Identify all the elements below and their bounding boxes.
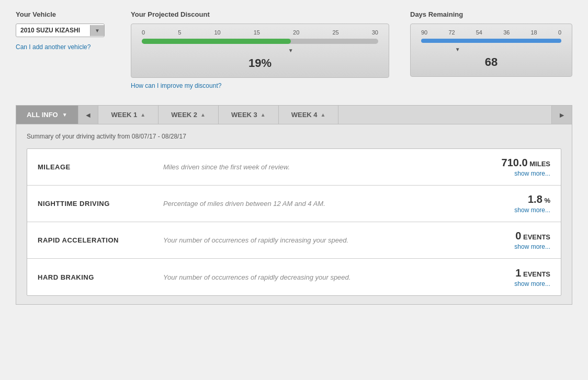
vehicle-section: Your Vehicle 2010 SUZU KIZASHI ▼ Can I a… (16, 10, 110, 51)
all-info-label: ALL INFO (27, 111, 58, 119)
week3-tab[interactable]: WEEK 3 ▲ (219, 106, 279, 124)
week1-arrow-icon: ▲ (140, 112, 145, 118)
nighttime-value: 1.8 (528, 193, 542, 205)
page-wrapper: Your Vehicle 2010 SUZU KIZASHI ▼ Can I a… (0, 0, 588, 315)
braking-description: Your number of occurrences of rapidly de… (153, 273, 477, 281)
activity-table: MILEAGE Miles driven since the first wee… (27, 148, 561, 296)
discount-track (142, 39, 378, 44)
week2-label: WEEK 2 (171, 111, 197, 119)
improve-link[interactable]: How can I improve my discount? (131, 82, 389, 89)
days-track (421, 39, 561, 43)
table-row: MILEAGE Miles driven since the first wee… (27, 149, 561, 186)
all-info-tab[interactable]: ALL INFO ▼ (16, 106, 78, 124)
discount-scale: 0 5 10 15 20 25 30 (142, 29, 378, 36)
acceleration-value-col: 0 EVENTS show more... (477, 230, 550, 250)
days-value: 68 (421, 55, 561, 69)
next-arrow-btn[interactable]: ► (551, 106, 572, 124)
week2-tab[interactable]: WEEK 2 ▲ (159, 106, 219, 124)
vehicle-selector[interactable]: 2010 SUZU KIZASHI ▼ (16, 24, 105, 37)
discount-pointer: ▼ (288, 46, 293, 54)
days-section: Days Remaining 90 72 54 36 18 0 ▼ (410, 10, 572, 77)
table-row: NIGHTTIME DRIVING Percentage of miles dr… (27, 186, 561, 222)
week1-label: WEEK 1 (111, 111, 137, 119)
vehicle-dropdown-btn[interactable]: ▼ (90, 25, 104, 36)
discount-label: Your Projected Discount (131, 10, 389, 18)
mileage-label: MILEAGE (38, 163, 153, 171)
acceleration-show-more[interactable]: show more... (477, 243, 550, 250)
acceleration-label: RAPID ACCELERATION (38, 236, 153, 244)
braking-show-more[interactable]: show more... (477, 280, 550, 287)
main-content: Summary of your driving activity from 08… (16, 124, 572, 305)
mileage-value-col: 710.0 MILES show more... (477, 157, 550, 177)
braking-value: 1 (515, 267, 521, 279)
mileage-show-more[interactable]: show more... (477, 170, 550, 177)
discount-section: Your Projected Discount 0 5 10 15 20 25 … (131, 10, 389, 89)
week-nav: ALL INFO ▼ ◄ WEEK 1 ▲ WEEK 2 ▲ WEEK 3 ▲ … (16, 105, 572, 124)
week3-arrow-icon: ▲ (261, 112, 266, 118)
days-scale: 90 72 54 36 18 0 (421, 29, 561, 36)
nighttime-label: NIGHTTIME DRIVING (38, 200, 153, 208)
discount-value: 19% (142, 56, 378, 70)
mileage-value: 710.0 (502, 157, 528, 168)
vehicle-selected-value: 2010 SUZU KIZASHI (16, 24, 90, 37)
top-section: Your Vehicle 2010 SUZU KIZASHI ▼ Can I a… (16, 10, 572, 89)
discount-gauge-box: 0 5 10 15 20 25 30 ▼ (131, 24, 389, 78)
acceleration-unit: EVENTS (523, 233, 550, 241)
table-row: HARD BRAKING Your number of occurrences … (27, 259, 561, 295)
week4-tab[interactable]: WEEK 4 ▲ (279, 106, 339, 124)
braking-value-col: 1 EVENTS show more... (477, 267, 550, 287)
acceleration-value: 0 (515, 230, 521, 241)
prev-arrow-btn[interactable]: ◄ (78, 106, 99, 124)
days-gauge-box: 90 72 54 36 18 0 ▼ 68 (410, 24, 572, 77)
all-info-dropdown-icon: ▼ (62, 112, 67, 118)
week3-label: WEEK 3 (231, 111, 257, 119)
week1-tab[interactable]: WEEK 1 ▲ (98, 106, 159, 124)
mileage-unit: MILES (529, 160, 550, 168)
vehicle-label: Your Vehicle (16, 10, 110, 18)
nighttime-unit: % (544, 197, 550, 204)
week4-label: WEEK 4 (291, 111, 318, 119)
acceleration-description: Your number of occurrences of rapidly in… (153, 236, 477, 244)
table-row: RAPID ACCELERATION Your number of occurr… (27, 222, 561, 259)
week4-arrow-icon: ▲ (321, 112, 326, 118)
summary-text: Summary of your driving activity from 08… (27, 133, 561, 140)
week2-arrow-icon: ▲ (200, 112, 206, 118)
braking-label: HARD BRAKING (38, 273, 153, 281)
days-pointer: ▼ (455, 45, 460, 53)
nighttime-description: Percentage of miles driven between 12 AM… (153, 200, 477, 208)
discount-fill-green (142, 39, 291, 44)
braking-unit: EVENTS (523, 270, 550, 278)
days-label: Days Remaining (410, 10, 572, 18)
nighttime-show-more[interactable]: show more... (477, 206, 550, 214)
mileage-description: Miles driven since the first week of rev… (153, 163, 477, 171)
nighttime-value-col: 1.8 % show more... (477, 193, 550, 214)
add-vehicle-link[interactable]: Can I add another vehicle? (16, 43, 110, 51)
